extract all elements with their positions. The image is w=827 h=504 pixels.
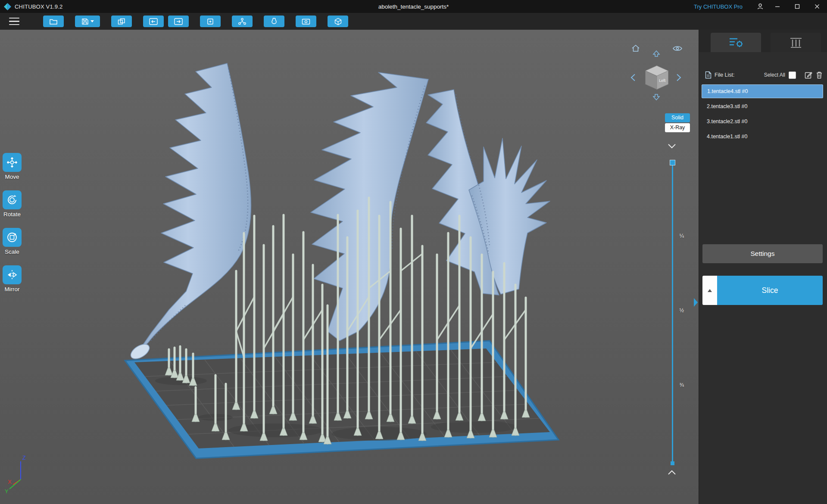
layer-slider-track[interactable]: [672, 162, 673, 463]
move-icon: [6, 157, 18, 168]
slider-label-three-quarter: ¾: [680, 382, 684, 388]
view-cube-face-label: Left: [659, 78, 666, 83]
arrow-right-icon: [676, 74, 681, 81]
open-folder-icon: [49, 18, 58, 25]
file-row-tentacle3[interactable]: 2.tentacle3.stl #0: [702, 100, 823, 113]
select-all-checkbox[interactable]: [789, 72, 796, 79]
chevron-down-icon: [668, 143, 676, 149]
layer-slider-bottom-handle[interactable]: [671, 461, 674, 465]
scale-icon: [6, 232, 18, 243]
panel-collapse-handle[interactable]: [693, 296, 699, 309]
rotate-view-right-button[interactable]: [676, 74, 681, 83]
list-gear-icon: [729, 37, 743, 48]
slice-button[interactable]: Slice: [717, 276, 823, 305]
chitubox-logo-icon: [4, 3, 11, 10]
copy-button[interactable]: [111, 16, 132, 27]
model-tentacle4[interactable]: [136, 63, 251, 355]
slider-label-quarter: ¼: [680, 233, 684, 239]
view-cube[interactable]: Left: [643, 63, 671, 93]
axis-y-label: Y: [5, 488, 9, 495]
support-pillars-icon: [790, 37, 802, 48]
settings-button[interactable]: Settings: [702, 244, 823, 263]
app-title: CHITUBOX V1.9.2: [15, 3, 62, 10]
viewport-3d-scene[interactable]: [0, 30, 699, 504]
hollow-button[interactable]: [264, 16, 284, 27]
eye-icon: [673, 45, 682, 52]
network-send-icon: [238, 18, 247, 25]
home-view-button[interactable]: [631, 44, 640, 54]
file-row-tentacle4[interactable]: 1.tentacle4.stl #0: [702, 84, 823, 98]
scale-tool-button[interactable]: Scale: [3, 228, 22, 255]
close-icon: [815, 4, 820, 9]
print-box-button[interactable]: [328, 16, 348, 27]
layer-slider-handle[interactable]: [670, 160, 675, 165]
mirror-icon: [6, 269, 18, 280]
maximize-icon: [795, 4, 800, 9]
save-icon: [81, 18, 89, 25]
account-button[interactable]: [753, 0, 768, 13]
arrow-up-icon: [652, 50, 660, 57]
minimize-button[interactable]: [768, 0, 787, 13]
network-send-button[interactable]: [232, 16, 253, 27]
select-all-label: Select All: [764, 72, 785, 78]
try-pro-link[interactable]: Try CHITUBOX Pro: [694, 3, 743, 10]
file-list-icon: [705, 71, 712, 79]
titlebar: CHITUBOX V1.9.2 aboleth_tentacle_support…: [0, 0, 827, 13]
undo-button[interactable]: [143, 16, 164, 27]
render-mode-xray-button[interactable]: X-Ray: [665, 123, 690, 132]
home-icon: [631, 44, 640, 52]
slice-expand-caret-icon: [708, 289, 712, 292]
panel-collapse-arrow-icon: [693, 297, 699, 308]
arrow-left-icon: [630, 74, 636, 81]
slice-expand-button[interactable]: [702, 276, 717, 305]
person-icon: [757, 3, 764, 10]
left-tool-column: Move Rotate Scale Mirror: [1, 153, 23, 292]
undo-icon: [149, 18, 158, 25]
file-row-tentacle2[interactable]: 3.tentacle2.stl #0: [702, 115, 823, 128]
render-mode-solid-button[interactable]: Solid: [665, 113, 690, 122]
layer-step-down-button[interactable]: [668, 143, 676, 150]
move-tool-button[interactable]: Move: [3, 153, 22, 180]
tab-file-settings[interactable]: [711, 33, 761, 52]
menu-button[interactable]: [5, 15, 23, 28]
open-file-button[interactable]: [43, 16, 64, 27]
mirror-tool-button[interactable]: Mirror: [3, 265, 22, 292]
arrow-down-icon: [652, 94, 660, 100]
file-list-label: File List:: [715, 72, 735, 78]
rotate-view-down-button[interactable]: [652, 94, 660, 102]
file-list-header: File List: Select All: [699, 71, 827, 79]
print-box-icon: [334, 18, 342, 25]
file-list: 1.tentacle4.stl #0 2.tentacle3.stl #0 3.…: [699, 84, 827, 145]
rename-file-button[interactable]: [805, 71, 812, 79]
save-dropdown-caret-icon: [91, 20, 94, 22]
save-button[interactable]: [75, 16, 100, 27]
layer-step-up-button[interactable]: [668, 469, 676, 477]
document-title: aboleth_tentacle_supports*: [378, 3, 449, 10]
duplicate-button[interactable]: [200, 16, 221, 27]
viewport-3d[interactable]: Move Rotate Scale Mirror: [0, 30, 699, 504]
axis-x-label: X: [8, 479, 12, 485]
close-button[interactable]: [807, 0, 827, 13]
rotate-tool-button[interactable]: Rotate: [3, 190, 22, 218]
rotate-view-left-button[interactable]: [630, 74, 636, 83]
redo-button[interactable]: [168, 16, 189, 27]
minimize-icon: [775, 4, 780, 9]
file-row-tentacle1[interactable]: 4.tentacle1.stl #0: [702, 130, 823, 143]
slider-label-half: ½: [680, 308, 684, 314]
screenshot-button[interactable]: [296, 16, 316, 27]
rotate-icon: [6, 194, 18, 205]
view-navigation-area: Left: [623, 38, 687, 112]
right-panel: File List: Select All 1.tentacle4.stl #0…: [699, 30, 827, 504]
edit-icon: [805, 71, 812, 79]
axis-z-label: Z: [22, 454, 26, 461]
trash-icon: [816, 71, 823, 79]
maximize-button[interactable]: [787, 0, 807, 13]
hollow-icon: [270, 18, 278, 25]
visibility-button[interactable]: [673, 45, 682, 53]
tab-support-settings[interactable]: [771, 33, 821, 52]
axes-indicator: Z X Y: [4, 453, 39, 496]
chitubox-window: CHITUBOX V1.9.2 aboleth_tentacle_support…: [0, 0, 827, 504]
rotate-view-up-button[interactable]: [652, 50, 660, 59]
main-toolbar: [0, 13, 827, 30]
delete-file-button[interactable]: [816, 71, 823, 79]
